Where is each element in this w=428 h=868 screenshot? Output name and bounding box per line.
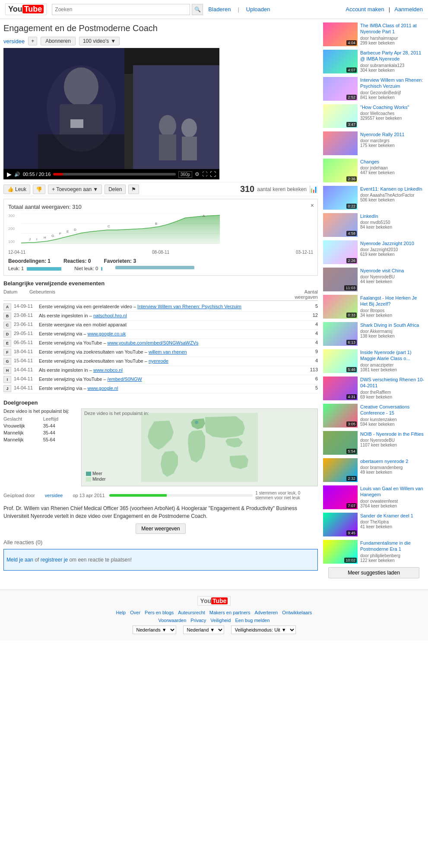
youtube-logo[interactable]: YouTube xyxy=(5,3,47,15)
videos-dropdown[interactable]: 100 video's ▼ xyxy=(79,37,120,45)
sidebar-video-title[interactable]: "How Coaching Works" xyxy=(360,104,425,110)
event-link[interactable]: www.google.nl xyxy=(88,386,118,391)
sidebar-video-title[interactable]: The IMBA Class of 2011 at Nyenrode Part … xyxy=(360,22,425,35)
channel-name-link[interactable]: versidee xyxy=(3,38,25,45)
sidebar-video-title[interactable]: Nyenrode Jazznight 2010 xyxy=(360,240,425,246)
sidebar-video-thumb[interactable]: 2:26 xyxy=(323,240,358,264)
sidebar-video-title[interactable]: Changes xyxy=(360,159,425,165)
event-link[interactable]: www.youtube.com/embed/S0NGWsaWZVs xyxy=(108,340,199,345)
sidebar-video-thumb[interactable]: 7:07 xyxy=(323,485,358,509)
safety-select[interactable]: Veiligheidsmodus: Uit ▼ xyxy=(231,625,296,634)
svg-rect-12 xyxy=(182,137,197,160)
event-link[interactable]: Interview Willem van Rhenen: Psychisch V… xyxy=(137,304,241,309)
sidebar-video-thumb[interactable]: 10:02 xyxy=(323,540,358,564)
like-button[interactable]: 👍 Leuk xyxy=(3,185,30,194)
footer-link[interactable]: Makers en partners xyxy=(209,610,250,615)
event-link[interactable]: nyenrode xyxy=(149,358,168,364)
browse-link[interactable]: Bladeren xyxy=(208,6,231,13)
play-button[interactable]: ▶ xyxy=(7,171,12,178)
sidebar-video-thumb[interactable]: 4:31 xyxy=(323,377,358,400)
sidebar-video-title[interactable]: Creative Conversations Conference - 15 xyxy=(360,404,425,416)
event-link[interactable]: www.nobco.nl xyxy=(93,367,123,373)
sidebar-video-thumb[interactable]: 4:07 xyxy=(323,50,358,73)
search-button[interactable]: 🔍 xyxy=(192,4,203,15)
stats-close-button[interactable]: × xyxy=(311,202,314,209)
show-more-button[interactable]: Meer weergeven xyxy=(136,523,185,534)
event-link[interactable]: www.google.co.uk xyxy=(88,331,126,336)
sidebar-video-thumb[interactable]: 2:32 xyxy=(323,458,358,482)
sidebar-video-title[interactable]: Sander de Kramer deel 1 xyxy=(360,513,425,519)
sidebar-video-title[interactable]: Faalangst - Hoe Herken Je Het Bij Jezelf… xyxy=(360,295,425,307)
footer-link[interactable]: Adverteren xyxy=(254,610,278,615)
uploader-link[interactable]: versidee xyxy=(45,493,63,498)
sidebar-video-thumb[interactable]: 5:54 xyxy=(323,431,358,455)
sidebar-video-thumb[interactable]: 0:22 xyxy=(323,186,358,210)
video-thumbnail[interactable] xyxy=(3,48,219,169)
add-channel-button[interactable]: + xyxy=(28,37,37,45)
sidebar-video-title[interactable]: Inside Nyenrode (part 1) Maggie Alarie C… xyxy=(360,349,425,362)
load-more-button[interactable]: Meer suggesties laden xyxy=(328,567,420,578)
sidebar-video-title[interactable]: DWS verschieting Rhenen 10-04-2011 xyxy=(360,377,425,389)
event-link[interactable]: /embed/S0NGW xyxy=(108,377,142,382)
sidebar-video-thumb[interactable]: 0:33 xyxy=(323,295,358,319)
sidebar-video-title[interactable]: Nyenrode Rally 2011 xyxy=(360,131,425,137)
footer-link[interactable]: Ontwikkelaars xyxy=(282,610,312,615)
sidebar-video-thumb[interactable]: 11:03 xyxy=(323,268,358,291)
sidebar-video-title[interactable]: LinkedIn xyxy=(360,213,425,219)
footer-link[interactable]: Over xyxy=(130,610,140,615)
register-link[interactable]: registreer je xyxy=(41,557,68,563)
sidebar-video-thumb[interactable]: 2:52 xyxy=(323,77,358,101)
search-bar: 🔍 xyxy=(52,4,203,15)
sign-in-link[interactable]: Aanmelden xyxy=(394,6,423,13)
footer-link2[interactable]: Voorwaarden xyxy=(158,618,186,623)
language-select[interactable]: Nederlands ▼ xyxy=(133,625,176,634)
sidebar-video-title[interactable]: NOIB - Nyenrode in the Fifties xyxy=(360,431,425,437)
quality-button[interactable]: 360p xyxy=(178,171,192,178)
event-date: 29-05-11 xyxy=(14,331,36,336)
stats-icon[interactable]: 📊 xyxy=(309,185,318,193)
footer-link[interactable]: Auteursrecht xyxy=(178,610,205,615)
share-button[interactable]: Delen xyxy=(105,185,126,194)
sidebar-video-views: 304 keer bekeken xyxy=(360,68,425,73)
video-controls: ▶ 🔊 00:55 / 20:16 360p ⚙ ⛶ ⛶ xyxy=(3,169,219,179)
sidebar-video-thumb[interactable] xyxy=(323,131,358,155)
upload-link[interactable]: Uploaden xyxy=(246,6,270,13)
sidebar-video-thumb[interactable]: 5:46 xyxy=(323,349,358,373)
event-link[interactable]: natschool.hro.nl xyxy=(93,313,127,318)
create-account-link[interactable]: Account maken xyxy=(346,6,384,13)
fullscreen-button[interactable]: ⛶ xyxy=(210,171,216,178)
sidebar-video-title[interactable]: obertauern nyenrode 2 xyxy=(360,458,425,464)
sidebar-video-thumb[interactable]: 3:47 xyxy=(323,104,358,128)
footer-link[interactable]: Help xyxy=(116,610,126,615)
dislike-button[interactable]: 👎 xyxy=(33,185,45,194)
footer-link2[interactable]: Een bug melden xyxy=(235,618,269,623)
expand-icon[interactable]: ⛶ xyxy=(202,171,207,177)
sidebar-video-thumb[interactable]: 6:13 xyxy=(323,322,358,346)
sidebar-video-title[interactable]: Barbecue Party Apr 28, 2011 @ IMBA Nyenr… xyxy=(360,50,425,62)
flag-button[interactable]: ⚑ xyxy=(128,185,139,194)
sidebar-video-thumb[interactable]: 3:05 xyxy=(323,404,358,428)
footer-link[interactable]: Pers en blogs xyxy=(145,610,174,615)
sidebar-video-thumb[interactable]: 4:04 xyxy=(323,22,358,46)
country-select[interactable]: Nederland ▼ xyxy=(183,625,224,634)
event-link[interactable]: willem van rhenen xyxy=(149,349,187,354)
sidebar-video-thumb[interactable]: 4:58 xyxy=(323,213,358,237)
footer-link2[interactable]: Veiligheid xyxy=(210,618,231,623)
sidebar-video-title[interactable]: Shark Diving in South Africa xyxy=(360,322,425,328)
sidebar-video-thumb[interactable]: 9:45 xyxy=(323,513,358,536)
sidebar-video-title[interactable]: Fundamentalisme in die Postmoderne Era 1 xyxy=(360,540,425,552)
sign-in-comment-link[interactable]: Meld je aan xyxy=(6,557,33,563)
sidebar-video-title[interactable]: Event11: Kansen op LinkedIn xyxy=(360,186,425,192)
sidebar-video-title[interactable]: Nyenrode visit China xyxy=(360,268,425,274)
volume-icon[interactable]: 🔊 xyxy=(14,172,20,177)
progress-bar[interactable] xyxy=(53,173,176,176)
sidebar-video-title[interactable]: Louis van Gaal en Willem van Hanegem xyxy=(360,485,425,498)
subscribe-button[interactable]: Abonneren xyxy=(41,37,76,45)
search-input[interactable] xyxy=(52,4,190,15)
sidebar-video-thumb[interactable]: 2:36 xyxy=(323,159,358,182)
add-to-button[interactable]: + Toevoegen aan ▼ xyxy=(48,185,102,194)
actions-divider: | xyxy=(389,6,390,13)
footer-link2[interactable]: Privacy xyxy=(190,618,206,623)
settings-icon[interactable]: ⚙ xyxy=(195,171,200,177)
sidebar-video-title[interactable]: Interview Willem van Rhenen: Psychisch V… xyxy=(360,77,425,89)
